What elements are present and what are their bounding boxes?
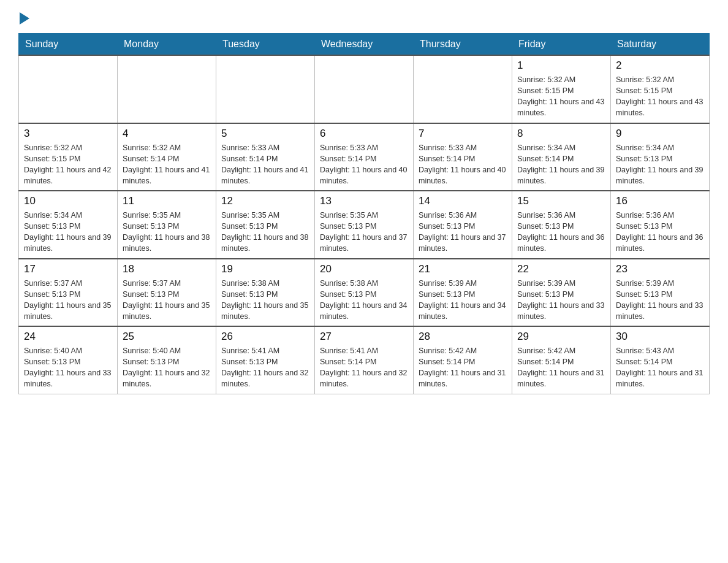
day-info: Sunrise: 5:35 AM Sunset: 5:13 PM Dayligh… <box>221 210 309 255</box>
day-info: Sunrise: 5:34 AM Sunset: 5:13 PM Dayligh… <box>24 210 112 255</box>
calendar-cell <box>19 55 118 123</box>
weekday-header-friday: Friday <box>512 34 611 56</box>
week-row-5: 24Sunrise: 5:40 AM Sunset: 5:13 PM Dayli… <box>19 326 710 394</box>
calendar-cell <box>216 55 315 123</box>
calendar-cell: 5Sunrise: 5:33 AM Sunset: 5:14 PM Daylig… <box>216 123 315 191</box>
calendar-cell: 13Sunrise: 5:35 AM Sunset: 5:13 PM Dayli… <box>315 191 414 259</box>
day-info: Sunrise: 5:37 AM Sunset: 5:13 PM Dayligh… <box>123 278 211 323</box>
day-number: 16 <box>616 195 704 207</box>
weekday-header-wednesday: Wednesday <box>315 34 414 56</box>
calendar-cell: 27Sunrise: 5:41 AM Sunset: 5:14 PM Dayli… <box>315 326 414 394</box>
day-number: 3 <box>24 128 112 140</box>
calendar-cell: 15Sunrise: 5:36 AM Sunset: 5:13 PM Dayli… <box>512 191 611 259</box>
week-row-4: 17Sunrise: 5:37 AM Sunset: 5:13 PM Dayli… <box>19 259 710 327</box>
week-row-2: 3Sunrise: 5:32 AM Sunset: 5:15 PM Daylig… <box>19 123 710 191</box>
day-info: Sunrise: 5:39 AM Sunset: 5:13 PM Dayligh… <box>517 278 605 323</box>
day-number: 24 <box>24 331 112 343</box>
day-number: 12 <box>221 195 309 207</box>
calendar-cell: 12Sunrise: 5:35 AM Sunset: 5:13 PM Dayli… <box>216 191 315 259</box>
calendar-cell: 29Sunrise: 5:42 AM Sunset: 5:14 PM Dayli… <box>512 326 611 394</box>
day-info: Sunrise: 5:34 AM Sunset: 5:13 PM Dayligh… <box>616 142 704 187</box>
day-number: 17 <box>24 263 112 275</box>
day-info: Sunrise: 5:38 AM Sunset: 5:13 PM Dayligh… <box>320 278 408 323</box>
calendar-cell: 24Sunrise: 5:40 AM Sunset: 5:13 PM Dayli… <box>19 326 118 394</box>
day-number: 20 <box>320 263 408 275</box>
day-number: 19 <box>221 263 309 275</box>
calendar-cell: 14Sunrise: 5:36 AM Sunset: 5:13 PM Dayli… <box>414 191 512 259</box>
calendar-cell: 4Sunrise: 5:32 AM Sunset: 5:14 PM Daylig… <box>118 123 216 191</box>
day-number: 5 <box>221 128 309 140</box>
day-number: 27 <box>320 331 408 343</box>
day-info: Sunrise: 5:34 AM Sunset: 5:14 PM Dayligh… <box>517 142 605 187</box>
day-number: 1 <box>517 59 605 72</box>
calendar-cell: 16Sunrise: 5:36 AM Sunset: 5:13 PM Dayli… <box>611 191 710 259</box>
day-info: Sunrise: 5:37 AM Sunset: 5:13 PM Dayligh… <box>24 278 112 323</box>
day-number: 2 <box>616 59 704 72</box>
day-info: Sunrise: 5:42 AM Sunset: 5:14 PM Dayligh… <box>517 345 605 390</box>
weekday-header-saturday: Saturday <box>611 34 710 56</box>
calendar-cell: 6Sunrise: 5:33 AM Sunset: 5:14 PM Daylig… <box>315 123 414 191</box>
calendar-table: SundayMondayTuesdayWednesdayThursdayFrid… <box>18 33 710 394</box>
calendar-cell: 20Sunrise: 5:38 AM Sunset: 5:13 PM Dayli… <box>315 259 414 327</box>
day-number: 22 <box>517 263 605 275</box>
day-info: Sunrise: 5:36 AM Sunset: 5:13 PM Dayligh… <box>517 210 605 255</box>
calendar-cell: 19Sunrise: 5:38 AM Sunset: 5:13 PM Dayli… <box>216 259 315 327</box>
weekday-header-row: SundayMondayTuesdayWednesdayThursdayFrid… <box>19 34 710 56</box>
day-info: Sunrise: 5:36 AM Sunset: 5:13 PM Dayligh… <box>616 210 704 255</box>
calendar-cell <box>315 55 414 123</box>
day-info: Sunrise: 5:39 AM Sunset: 5:13 PM Dayligh… <box>616 278 704 323</box>
day-number: 28 <box>419 331 507 343</box>
day-info: Sunrise: 5:40 AM Sunset: 5:13 PM Dayligh… <box>123 345 211 390</box>
day-number: 29 <box>517 331 605 343</box>
day-number: 26 <box>221 331 309 343</box>
calendar-cell: 26Sunrise: 5:41 AM Sunset: 5:13 PM Dayli… <box>216 326 315 394</box>
weekday-header-thursday: Thursday <box>414 34 512 56</box>
week-row-3: 10Sunrise: 5:34 AM Sunset: 5:13 PM Dayli… <box>19 191 710 259</box>
day-number: 15 <box>517 195 605 207</box>
day-number: 13 <box>320 195 408 207</box>
day-info: Sunrise: 5:42 AM Sunset: 5:14 PM Dayligh… <box>419 345 507 390</box>
calendar-cell: 28Sunrise: 5:42 AM Sunset: 5:14 PM Dayli… <box>414 326 512 394</box>
calendar-cell: 1Sunrise: 5:32 AM Sunset: 5:15 PM Daylig… <box>512 55 611 123</box>
day-info: Sunrise: 5:40 AM Sunset: 5:13 PM Dayligh… <box>24 345 112 390</box>
logo <box>18 12 31 21</box>
day-info: Sunrise: 5:33 AM Sunset: 5:14 PM Dayligh… <box>221 142 309 187</box>
calendar-cell: 7Sunrise: 5:33 AM Sunset: 5:14 PM Daylig… <box>414 123 512 191</box>
day-info: Sunrise: 5:32 AM Sunset: 5:15 PM Dayligh… <box>616 74 704 119</box>
day-info: Sunrise: 5:39 AM Sunset: 5:13 PM Dayligh… <box>419 278 507 323</box>
calendar-cell: 23Sunrise: 5:39 AM Sunset: 5:13 PM Dayli… <box>611 259 710 327</box>
calendar-cell: 30Sunrise: 5:43 AM Sunset: 5:14 PM Dayli… <box>611 326 710 394</box>
day-number: 23 <box>616 263 704 275</box>
day-number: 14 <box>419 195 507 207</box>
day-info: Sunrise: 5:32 AM Sunset: 5:15 PM Dayligh… <box>24 142 112 187</box>
day-number: 18 <box>123 263 211 275</box>
day-info: Sunrise: 5:32 AM Sunset: 5:14 PM Dayligh… <box>123 142 211 187</box>
day-number: 30 <box>616 331 704 343</box>
calendar-cell <box>414 55 512 123</box>
day-info: Sunrise: 5:41 AM Sunset: 5:13 PM Dayligh… <box>221 345 309 390</box>
weekday-header-sunday: Sunday <box>19 34 118 56</box>
logo-arrow-icon <box>20 12 29 25</box>
day-info: Sunrise: 5:38 AM Sunset: 5:13 PM Dayligh… <box>221 278 309 323</box>
day-info: Sunrise: 5:35 AM Sunset: 5:13 PM Dayligh… <box>123 210 211 255</box>
day-info: Sunrise: 5:35 AM Sunset: 5:13 PM Dayligh… <box>320 210 408 255</box>
calendar-cell: 3Sunrise: 5:32 AM Sunset: 5:15 PM Daylig… <box>19 123 118 191</box>
day-number: 25 <box>123 331 211 343</box>
calendar-cell: 11Sunrise: 5:35 AM Sunset: 5:13 PM Dayli… <box>118 191 216 259</box>
day-info: Sunrise: 5:41 AM Sunset: 5:14 PM Dayligh… <box>320 345 408 390</box>
day-number: 4 <box>123 128 211 140</box>
day-info: Sunrise: 5:43 AM Sunset: 5:14 PM Dayligh… <box>616 345 704 390</box>
day-number: 11 <box>123 195 211 207</box>
calendar-cell: 22Sunrise: 5:39 AM Sunset: 5:13 PM Dayli… <box>512 259 611 327</box>
day-number: 21 <box>419 263 507 275</box>
day-number: 10 <box>24 195 112 207</box>
day-info: Sunrise: 5:33 AM Sunset: 5:14 PM Dayligh… <box>320 142 408 187</box>
calendar-cell: 25Sunrise: 5:40 AM Sunset: 5:13 PM Dayli… <box>118 326 216 394</box>
calendar-cell: 8Sunrise: 5:34 AM Sunset: 5:14 PM Daylig… <box>512 123 611 191</box>
calendar-cell: 10Sunrise: 5:34 AM Sunset: 5:13 PM Dayli… <box>19 191 118 259</box>
calendar-cell: 21Sunrise: 5:39 AM Sunset: 5:13 PM Dayli… <box>414 259 512 327</box>
day-number: 6 <box>320 128 408 140</box>
calendar-cell: 18Sunrise: 5:37 AM Sunset: 5:13 PM Dayli… <box>118 259 216 327</box>
weekday-header-tuesday: Tuesday <box>216 34 315 56</box>
page-header <box>18 12 710 21</box>
